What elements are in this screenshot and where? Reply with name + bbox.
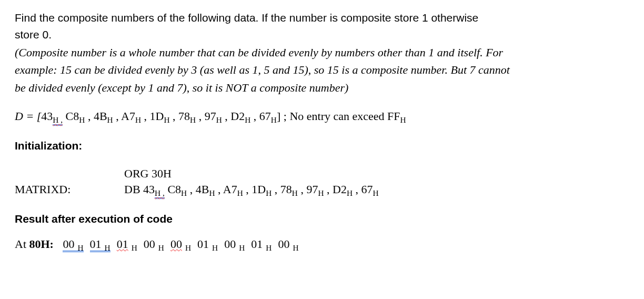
at-80h-label: At 80H:	[15, 237, 54, 251]
result-item-0: 00H	[63, 237, 83, 251]
db-item-0: 43H ,	[143, 183, 165, 196]
result-item-6: 00H	[224, 237, 245, 251]
db-item-1: C8H ,	[167, 183, 193, 196]
result-item-8: 00H	[278, 237, 298, 251]
initialization-heading: Initialization:	[15, 138, 629, 153]
db-item-5: 78H ,	[280, 183, 304, 196]
matrixd-label: MATRIXD:	[15, 182, 124, 197]
document-page: Find the composite numbers of the follow…	[0, 0, 644, 264]
array-d-prefix: D = [	[15, 109, 41, 123]
init-label-empty	[15, 166, 124, 182]
result-values: 00H01H01H00H00H01H00H01H00H	[59, 237, 298, 251]
definition-line-3: be divided evenly (except by 1 and 7), s…	[15, 80, 629, 96]
array-d-note: No entry can exceed FFH	[289, 109, 406, 123]
result-item-4: 00H	[170, 237, 191, 251]
d-item-8: 67H	[259, 109, 277, 123]
db-item-7: D2H ,	[333, 183, 358, 196]
d-item-6: 97H ,	[205, 109, 228, 123]
init-db-line: MATRIXD: DB 43H , C8H , 4BH , A7H , 1DH …	[15, 182, 629, 199]
db-item-3: A7H ,	[223, 183, 249, 196]
problem-line-2: store 0.	[15, 27, 629, 42]
d-item-4: 1DH ,	[150, 109, 176, 123]
org-directive: ORG 30H	[124, 166, 629, 182]
result-item-2: 01H	[117, 237, 137, 251]
db-keyword: DB	[124, 183, 140, 196]
result-item-7: 01H	[251, 237, 271, 251]
db-item-6: 97H ,	[306, 183, 329, 196]
d-item-7: D2H ,	[230, 109, 256, 123]
array-d-line: D = [43H , C8H , 4BH , A7H , 1DH , 78H ,…	[15, 108, 629, 126]
result-item-3: 00H	[144, 237, 164, 251]
definition-line-2: example: 15 can be divided evenly by 3 (…	[15, 62, 629, 78]
result-heading: Result after execution of code	[15, 212, 629, 226]
db-directive: DB 43H , C8H , 4BH , A7H , 1DH , 78H , 9…	[124, 182, 629, 199]
result-line: At 80H: 00H01H01H00H00H01H00H01H00H	[15, 236, 629, 254]
d-item-1: C8H ,	[66, 109, 91, 123]
db-item-8: 67H	[361, 183, 379, 196]
d-item-2: 4BH ,	[94, 109, 119, 123]
problem-line-1: Find the composite numbers of the follow…	[15, 11, 629, 25]
d-item-3: A7H ,	[121, 109, 147, 123]
result-item-1: 01H	[90, 237, 110, 251]
d-item-5: 78H ,	[178, 109, 202, 123]
array-d-close: ] ;	[277, 109, 287, 123]
init-block: ORG 30H MATRIXD: DB 43H , C8H , 4BH , A7…	[15, 166, 629, 199]
db-item-4: 1DH ,	[251, 183, 277, 196]
result-item-5: 01H	[197, 237, 218, 251]
db-item-2: 4BH ,	[196, 183, 221, 196]
definition-line-1: (Composite number is a whole number that…	[15, 45, 629, 61]
d-item-0: 43H ,	[41, 109, 63, 123]
init-org-line: ORG 30H	[15, 166, 629, 182]
